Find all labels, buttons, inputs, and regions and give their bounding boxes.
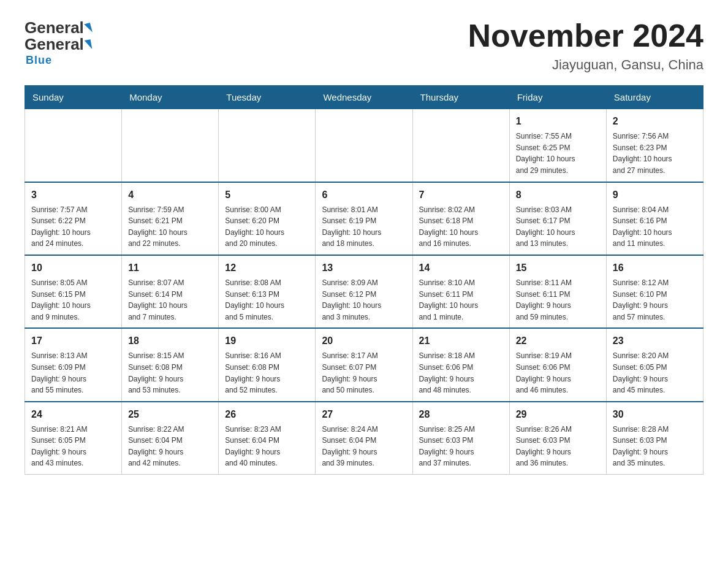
calendar-cell: 20Sunrise: 8:17 AM Sunset: 6:07 PM Dayli… — [316, 328, 412, 401]
day-number: 15 — [516, 261, 600, 275]
calendar-cell: 27Sunrise: 8:24 AM Sunset: 6:04 PM Dayli… — [316, 402, 412, 475]
day-number: 8 — [516, 188, 600, 202]
calendar-cell: 28Sunrise: 8:25 AM Sunset: 6:03 PM Dayli… — [412, 402, 509, 475]
day-info: Sunrise: 8:23 AM Sunset: 6:04 PM Dayligh… — [225, 424, 309, 469]
calendar-week-3: 17Sunrise: 8:13 AM Sunset: 6:09 PM Dayli… — [25, 328, 703, 401]
day-number: 6 — [322, 188, 406, 202]
title-section: November 2024 Jiayuguan, Gansu, China — [468, 18, 703, 73]
logo-blue-text: Blue — [26, 54, 52, 67]
calendar-cell: 15Sunrise: 8:11 AM Sunset: 6:11 PM Dayli… — [509, 255, 606, 328]
calendar-cell: 11Sunrise: 8:07 AM Sunset: 6:14 PM Dayli… — [122, 255, 219, 328]
day-number: 28 — [419, 407, 503, 422]
calendar-cell: 4Sunrise: 7:59 AM Sunset: 6:21 PM Daylig… — [122, 182, 219, 255]
day-number: 26 — [225, 407, 309, 422]
calendar-cell: 26Sunrise: 8:23 AM Sunset: 6:04 PM Dayli… — [219, 402, 316, 475]
day-info: Sunrise: 8:16 AM Sunset: 6:08 PM Dayligh… — [225, 350, 309, 396]
calendar-cell — [412, 109, 509, 182]
calendar-cell: 21Sunrise: 8:18 AM Sunset: 6:06 PM Dayli… — [412, 328, 509, 401]
day-info: Sunrise: 8:07 AM Sunset: 6:14 PM Dayligh… — [128, 277, 212, 323]
calendar-cell: 10Sunrise: 8:05 AM Sunset: 6:15 PM Dayli… — [25, 255, 122, 328]
calendar-header-saturday: Saturday — [606, 86, 703, 109]
calendar-table: SundayMondayTuesdayWednesdayThursdayFrid… — [25, 85, 703, 475]
day-info: Sunrise: 8:18 AM Sunset: 6:06 PM Dayligh… — [419, 350, 503, 396]
calendar-cell: 6Sunrise: 8:01 AM Sunset: 6:19 PM Daylig… — [316, 182, 412, 255]
day-info: Sunrise: 8:02 AM Sunset: 6:18 PM Dayligh… — [419, 204, 503, 250]
calendar-cell: 1Sunrise: 7:55 AM Sunset: 6:25 PM Daylig… — [509, 109, 606, 182]
day-number: 11 — [128, 261, 212, 275]
day-number: 29 — [516, 407, 600, 422]
page-header: General General Blue November 2024 Jiayu… — [25, 18, 703, 73]
day-number: 14 — [419, 261, 503, 275]
day-number: 25 — [128, 407, 212, 422]
day-number: 23 — [613, 334, 697, 348]
calendar-cell — [122, 109, 219, 182]
day-number: 18 — [128, 334, 212, 348]
calendar-header-tuesday: Tuesday — [219, 86, 316, 109]
calendar-week-0: 1Sunrise: 7:55 AM Sunset: 6:25 PM Daylig… — [25, 109, 703, 182]
calendar-cell — [25, 109, 122, 182]
calendar-week-4: 24Sunrise: 8:21 AM Sunset: 6:05 PM Dayli… — [25, 402, 703, 475]
day-info: Sunrise: 8:03 AM Sunset: 6:17 PM Dayligh… — [516, 204, 600, 250]
calendar-cell: 12Sunrise: 8:08 AM Sunset: 6:13 PM Dayli… — [219, 255, 316, 328]
calendar-cell: 29Sunrise: 8:26 AM Sunset: 6:03 PM Dayli… — [509, 402, 606, 475]
logo: General General Blue — [25, 18, 91, 67]
day-info: Sunrise: 8:24 AM Sunset: 6:04 PM Dayligh… — [322, 424, 406, 469]
calendar-cell: 22Sunrise: 8:19 AM Sunset: 6:06 PM Dayli… — [509, 328, 606, 401]
calendar-cell — [219, 109, 316, 182]
calendar-header-monday: Monday — [122, 86, 219, 109]
calendar-cell: 3Sunrise: 7:57 AM Sunset: 6:22 PM Daylig… — [25, 182, 122, 255]
calendar-cell: 30Sunrise: 8:28 AM Sunset: 6:03 PM Dayli… — [606, 402, 703, 475]
calendar-header-sunday: Sunday — [25, 86, 122, 109]
day-info: Sunrise: 7:55 AM Sunset: 6:25 PM Dayligh… — [516, 131, 600, 176]
day-info: Sunrise: 8:25 AM Sunset: 6:03 PM Dayligh… — [419, 424, 503, 469]
day-info: Sunrise: 8:11 AM Sunset: 6:11 PM Dayligh… — [516, 277, 600, 323]
calendar-cell: 17Sunrise: 8:13 AM Sunset: 6:09 PM Dayli… — [25, 328, 122, 401]
day-info: Sunrise: 8:17 AM Sunset: 6:07 PM Dayligh… — [322, 350, 406, 396]
calendar-cell: 19Sunrise: 8:16 AM Sunset: 6:08 PM Dayli… — [219, 328, 316, 401]
day-number: 24 — [31, 407, 115, 422]
day-info: Sunrise: 7:59 AM Sunset: 6:21 PM Dayligh… — [128, 204, 212, 250]
calendar-cell: 5Sunrise: 8:00 AM Sunset: 6:20 PM Daylig… — [219, 182, 316, 255]
calendar-cell: 23Sunrise: 8:20 AM Sunset: 6:05 PM Dayli… — [606, 328, 703, 401]
logo-triangle-icon — [84, 22, 93, 33]
day-number: 12 — [225, 261, 309, 275]
location-title: Jiayuguan, Gansu, China — [468, 57, 703, 73]
day-number: 30 — [613, 407, 697, 422]
calendar-cell: 16Sunrise: 8:12 AM Sunset: 6:10 PM Dayli… — [606, 255, 703, 328]
calendar-cell: 9Sunrise: 8:04 AM Sunset: 6:16 PM Daylig… — [606, 182, 703, 255]
calendar-cell: 7Sunrise: 8:02 AM Sunset: 6:18 PM Daylig… — [412, 182, 509, 255]
logo-general-text2: General — [25, 35, 84, 54]
day-info: Sunrise: 8:20 AM Sunset: 6:05 PM Dayligh… — [613, 350, 697, 396]
calendar-cell: 13Sunrise: 8:09 AM Sunset: 6:12 PM Dayli… — [316, 255, 412, 328]
calendar-cell: 25Sunrise: 8:22 AM Sunset: 6:04 PM Dayli… — [122, 402, 219, 475]
calendar-cell — [316, 109, 412, 182]
day-number: 19 — [225, 334, 309, 348]
day-info: Sunrise: 8:04 AM Sunset: 6:16 PM Dayligh… — [613, 204, 697, 250]
day-number: 3 — [31, 188, 115, 202]
day-info: Sunrise: 8:09 AM Sunset: 6:12 PM Dayligh… — [322, 277, 406, 323]
day-info: Sunrise: 8:13 AM Sunset: 6:09 PM Dayligh… — [31, 350, 115, 396]
calendar-header-row: SundayMondayTuesdayWednesdayThursdayFrid… — [25, 86, 703, 109]
calendar-week-2: 10Sunrise: 8:05 AM Sunset: 6:15 PM Dayli… — [25, 255, 703, 328]
day-info: Sunrise: 8:22 AM Sunset: 6:04 PM Dayligh… — [128, 424, 212, 469]
day-number: 17 — [31, 334, 115, 348]
day-info: Sunrise: 8:08 AM Sunset: 6:13 PM Dayligh… — [225, 277, 309, 323]
day-number: 27 — [322, 407, 406, 422]
calendar-cell: 8Sunrise: 8:03 AM Sunset: 6:17 PM Daylig… — [509, 182, 606, 255]
day-number: 21 — [419, 334, 503, 348]
day-number: 4 — [128, 188, 212, 202]
calendar-header-thursday: Thursday — [412, 86, 509, 109]
calendar-header-friday: Friday — [509, 86, 606, 109]
day-info: Sunrise: 7:56 AM Sunset: 6:23 PM Dayligh… — [613, 131, 697, 176]
logo-arrow-icon — [85, 39, 93, 50]
calendar-cell: 18Sunrise: 8:15 AM Sunset: 6:08 PM Dayli… — [122, 328, 219, 401]
day-info: Sunrise: 7:57 AM Sunset: 6:22 PM Dayligh… — [31, 204, 115, 250]
month-title: November 2024 — [468, 18, 703, 53]
day-info: Sunrise: 8:05 AM Sunset: 6:15 PM Dayligh… — [31, 277, 115, 323]
calendar-header-wednesday: Wednesday — [316, 86, 412, 109]
day-number: 22 — [516, 334, 600, 348]
day-info: Sunrise: 8:00 AM Sunset: 6:20 PM Dayligh… — [225, 204, 309, 250]
day-info: Sunrise: 8:12 AM Sunset: 6:10 PM Dayligh… — [613, 277, 697, 323]
calendar-cell: 24Sunrise: 8:21 AM Sunset: 6:05 PM Dayli… — [25, 402, 122, 475]
day-number: 2 — [613, 114, 697, 129]
